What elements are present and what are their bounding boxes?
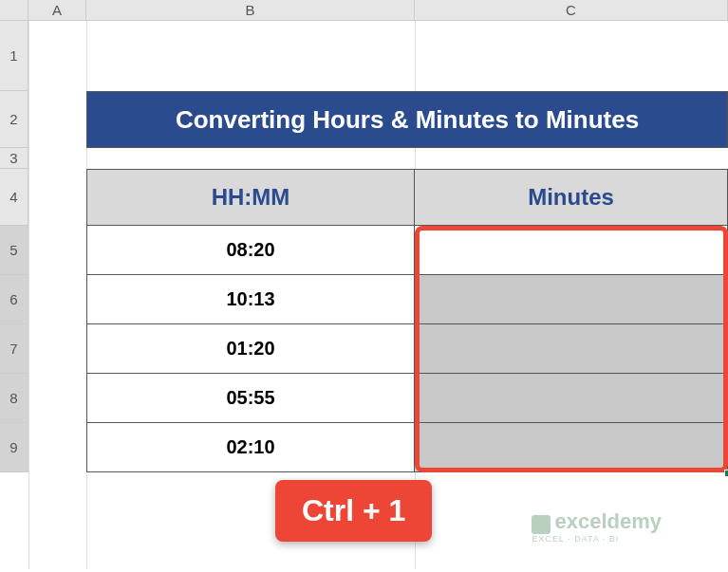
spreadsheet-view: A B C 1 2 3 4 5 6 7 8 9 Converting Hours… [0,0,728,572]
table-row: 05:55 [86,374,728,423]
column-header-A[interactable]: A [28,0,86,21]
row-header-2[interactable]: 2 [0,91,28,148]
row-header-9[interactable]: 9 [0,423,28,472]
row-header-4[interactable]: 4 [0,169,28,226]
cell-C6[interactable] [415,275,728,324]
column-headers: A B C [0,0,728,21]
cell-C8[interactable] [415,374,728,423]
row-header-5[interactable]: 5 [0,226,28,275]
row-header-6[interactable]: 6 [0,275,28,324]
column-header-B[interactable]: B [86,0,415,21]
cell-B5[interactable]: 08:20 [86,226,415,275]
cell-C7[interactable] [415,324,728,374]
row-header-8[interactable]: 8 [0,374,28,423]
table-row: 08:20 [86,226,728,275]
row-headers: 1 2 3 4 5 6 7 8 9 [0,21,28,472]
watermark: exceldemy EXCEL · DATA · BI [532,509,662,544]
cell-B6[interactable]: 10:13 [86,275,415,324]
row-header-3[interactable]: 3 [0,148,28,169]
cell-C9[interactable] [415,423,728,472]
fill-handle[interactable] [724,470,728,477]
select-all-corner[interactable] [0,0,28,21]
cell-B9[interactable]: 02:10 [86,423,415,472]
column-header-C[interactable]: C [415,0,728,21]
gridline [28,0,29,569]
row-header-7[interactable]: 7 [0,324,28,374]
cell-B8[interactable]: 05:55 [86,374,415,423]
row-header-1[interactable]: 1 [0,21,28,91]
cell-C5[interactable] [415,226,728,275]
shortcut-callout: Ctrl + 1 [275,480,432,542]
watermark-icon [532,515,551,534]
table-header-row: HH:MM Minutes [86,169,728,226]
table-row: 10:13 [86,275,728,324]
cell-B7[interactable]: 01:20 [86,324,415,374]
watermark-text: exceldemy [554,509,662,533]
watermark-subtext: EXCEL · DATA · BI [532,534,662,544]
header-cell-hhmm[interactable]: HH:MM [86,169,415,226]
title-cell[interactable]: Converting Hours & Minutes to Minutes [86,91,728,148]
header-cell-minutes[interactable]: Minutes [415,169,728,226]
table-row: 02:10 [86,423,728,472]
table-row: 01:20 [86,324,728,374]
